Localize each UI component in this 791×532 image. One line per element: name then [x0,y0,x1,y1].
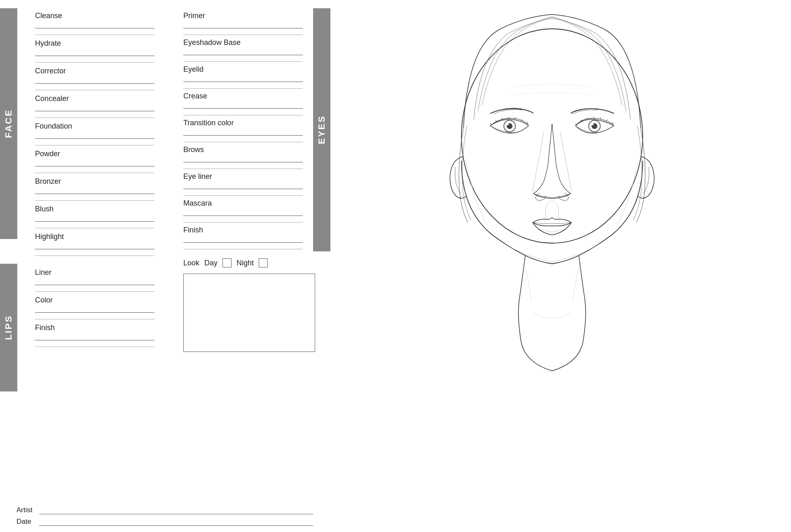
list-item: Powder [35,146,148,173]
middle-panel: EYES Primer Eyeshadow Base Eyelid [157,0,313,532]
list-item: Mascara [183,199,305,223]
list-item: Eye liner [183,172,305,196]
field-label: Brows [183,145,305,154]
field-label: Liner [35,268,148,277]
lips-fields: Liner Color Finish [35,265,148,348]
list-item: Liner [35,265,148,292]
field-label: Crease [183,92,305,101]
field-label: Color [35,296,148,305]
look-row: Look Day Night [183,258,305,267]
night-label: Night [236,259,254,267]
day-label: Day [204,259,218,267]
field-label: Concealer [35,94,148,103]
svg-point-3 [507,124,509,125]
face-section-label: FACE [0,8,17,239]
list-item: Foundation [35,119,148,145]
list-item: Concealer [35,91,148,118]
date-label: Date [16,518,35,526]
night-checkbox[interactable] [259,258,268,267]
field-label: Corrector [35,67,148,75]
notes-box[interactable] [183,274,315,352]
field-label: Highlight [35,232,148,241]
look-label: Look [183,259,199,267]
field-label: Foundation [35,122,148,131]
field-label: Hydrate [35,39,148,48]
list-item: Corrector [35,63,148,90]
list-item: Brows [183,145,305,169]
list-item: Hydrate [35,36,148,63]
eyes-fields: Primer Eyeshadow Base Eyelid Crease [183,8,305,250]
left-panel: FACE Cleanse Hydrate Corrector [0,0,157,532]
list-item: Transition color [183,119,305,142]
list-item: Blush [35,202,148,228]
face-illustration [418,4,686,523]
field-label: Cleanse [35,12,148,20]
field-label: Powder [35,150,148,158]
list-item: Crease [183,92,305,115]
svg-point-6 [592,124,594,125]
field-label: Transition color [183,119,305,127]
field-label: Primer [183,12,305,20]
list-item: Color [35,293,148,319]
face-fields: Cleanse Hydrate Corrector Concealer [35,8,148,257]
list-item: Finish [183,226,305,249]
list-item: Highlight [35,229,148,256]
list-item: Primer [183,12,305,35]
field-label: Eyelid [183,65,305,74]
list-item: Finish [35,320,148,347]
list-item: Cleanse [35,8,148,35]
list-item: Bronzer [35,174,148,201]
section-gap [16,257,148,265]
list-item: Eyeshadow Base [183,38,305,62]
field-label: Eye liner [183,172,305,181]
lips-section-label: LIPS [0,264,17,391]
field-label: Finish [183,226,305,234]
svg-point-0 [461,29,643,243]
right-panel [313,0,791,532]
field-label: Eyeshadow Base [183,38,305,47]
main-container: FACE Cleanse Hydrate Corrector [0,0,791,532]
day-checkbox[interactable] [222,258,232,267]
artist-label: Artist [16,506,35,514]
field-label: Blush [35,205,148,213]
field-label: Finish [35,323,148,332]
list-item: Eyelid [183,65,305,89]
field-label: Bronzer [35,177,148,186]
field-label: Mascara [183,199,305,208]
